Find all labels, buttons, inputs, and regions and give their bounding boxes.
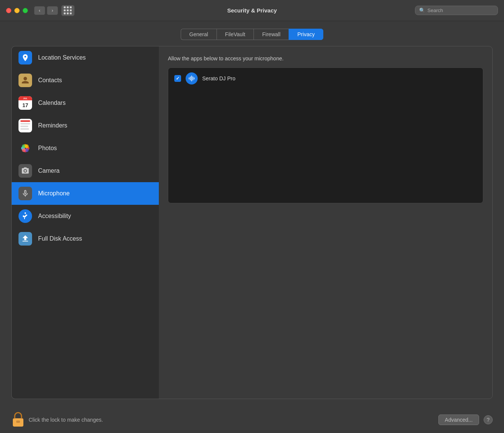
content-panel: Location Services Contacts JUL 17 Calend… (11, 46, 493, 399)
sidebar-item-location[interactable]: Location Services (12, 46, 159, 69)
bottom-bar: Click the lock to make changes. Advanced… (0, 407, 504, 433)
search-bar[interactable]: 🔍 (415, 6, 498, 15)
contacts-icon (18, 74, 32, 87)
microphone-icon (18, 187, 32, 200)
titlebar: ‹ › Security & Privacy 🔍 (0, 0, 504, 21)
lock-button[interactable]: Click the lock to make changes. (11, 412, 103, 428)
sidebar-item-photos[interactable]: Photos (12, 137, 159, 160)
sidebar-item-microphone[interactable]: Microphone (12, 182, 159, 205)
sidebar-item-reminders[interactable]: Reminders (12, 114, 159, 137)
lock-icon (11, 412, 25, 428)
sidebar-label-accessibility: Accessibility (38, 213, 71, 220)
forward-button[interactable]: › (47, 6, 58, 15)
sidebar-item-contacts[interactable]: Contacts (12, 69, 159, 92)
close-button[interactable] (6, 8, 11, 13)
svg-rect-11 (13, 418, 23, 427)
tab-privacy[interactable]: Privacy (289, 29, 323, 40)
sidebar-item-fulldisk[interactable]: Full Disk Access (12, 227, 159, 250)
sidebar-label-fulldisk: Full Disk Access (38, 235, 82, 242)
calendars-icon: JUL 17 (18, 96, 32, 110)
sidebar-label-reminders: Reminders (38, 122, 67, 129)
camera-icon (18, 164, 32, 178)
app-list-item: ✓ Serato DJ Pro (168, 68, 483, 89)
back-button[interactable]: ‹ (34, 6, 45, 15)
tab-filevault[interactable]: FileVault (217, 29, 254, 40)
search-icon: 🔍 (419, 8, 425, 13)
sidebar-label-microphone: Microphone (38, 190, 70, 197)
tab-general[interactable]: General (181, 29, 217, 40)
svg-point-5 (25, 144, 29, 148)
photos-icon (18, 141, 32, 155)
sidebar-item-accessibility[interactable]: Accessibility (12, 205, 159, 227)
bottom-right: Advanced... ? (438, 415, 493, 425)
grid-icon (64, 6, 72, 15)
sidebar-label-calendars: Calendars (38, 100, 66, 106)
grid-button[interactable] (61, 5, 75, 16)
accessibility-icon (18, 209, 32, 223)
minimize-button[interactable] (14, 8, 20, 13)
tabs: General FileVault Firewall Privacy (11, 29, 493, 40)
help-button[interactable]: ? (484, 415, 493, 424)
right-panel: Allow the apps below to access your micr… (159, 46, 492, 399)
app-list: ✓ Serato DJ Pro (168, 68, 483, 203)
nav-buttons: ‹ › (34, 6, 58, 15)
sidebar-label-contacts: Contacts (38, 77, 62, 84)
sidebar: Location Services Contacts JUL 17 Calend… (12, 46, 159, 399)
tab-firewall[interactable]: Firewall (254, 29, 289, 40)
sidebar-item-calendars[interactable]: JUL 17 Calendars (12, 92, 159, 114)
fulldisk-icon (18, 232, 32, 246)
maximize-button[interactable] (23, 8, 28, 13)
location-icon (18, 51, 32, 64)
svg-point-8 (25, 212, 26, 214)
sidebar-label-location: Location Services (38, 54, 86, 61)
main-content: General FileVault Firewall Privacy Locat… (0, 21, 504, 407)
sidebar-item-camera[interactable]: Camera (12, 160, 159, 182)
window-title: Security & Privacy (227, 7, 277, 14)
sidebar-label-photos: Photos (38, 145, 57, 152)
app-name-serato: Serato DJ Pro (202, 75, 235, 81)
serato-app-icon (186, 72, 198, 84)
traffic-lights (6, 8, 28, 13)
svg-point-7 (22, 148, 26, 152)
advanced-button[interactable]: Advanced... (438, 415, 479, 425)
lock-text: Click the lock to make changes. (29, 417, 103, 423)
sidebar-label-camera: Camera (38, 167, 60, 174)
panel-description: Allow the apps below to access your micr… (168, 55, 483, 61)
checkmark-icon: ✓ (176, 76, 180, 81)
reminders-icon (18, 119, 32, 132)
app-checkbox-serato[interactable]: ✓ (174, 75, 181, 82)
search-input[interactable] (427, 8, 494, 13)
